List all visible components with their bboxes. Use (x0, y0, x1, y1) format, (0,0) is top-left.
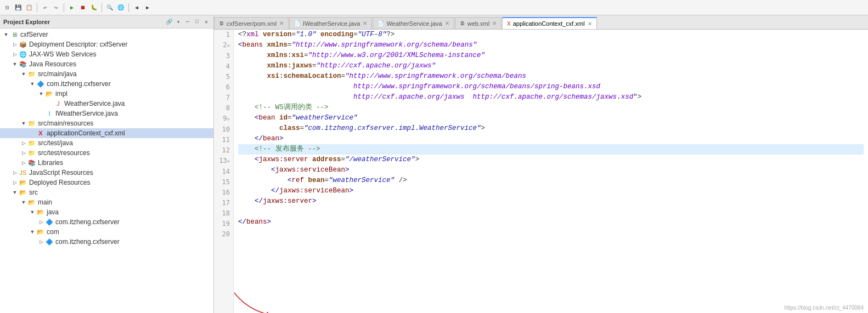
tab-pom-close[interactable]: ✕ (279, 20, 284, 26)
tree-label: IWeatherService.java (55, 110, 118, 117)
tab-appctx-close[interactable]: ✕ (588, 21, 592, 27)
tree-item-src[interactable]: ▼ 📂 src (0, 187, 213, 197)
tree-item-deployed[interactable]: ▷ 📂 Deployed Resources (0, 178, 213, 187)
tree-arrow: ▼ (11, 60, 19, 68)
tree-item-jaxws[interactable]: ▷ 🌐 JAX-WS Web Services (0, 49, 213, 59)
xml-icon: X (36, 129, 45, 138)
toolbar-sep-1 (37, 3, 37, 12)
tree-container[interactable]: ▼ 🖥 cxfServer ▷ 📦 Deployment Descriptor:… (0, 29, 213, 313)
ln-11: 11 (217, 135, 230, 145)
tree-label: com.itzheng.cxfserver (55, 218, 120, 226)
ln-9: 9⊖ (217, 113, 230, 124)
toolbar-btn-3[interactable]: 📋 (24, 3, 34, 13)
tree-label: JavaScript Resources (29, 169, 93, 177)
tree-item-java2[interactable]: ▼ 📂 java (0, 207, 213, 217)
line-numbers: 1 2⊖ 3 4 5 6 7 8 9⊖ 10 11 12 13⊖ 14 15 1… (214, 30, 234, 313)
tab-weather-close[interactable]: ✕ (445, 20, 449, 26)
code-lines-container: <?xml version="1.0" encoding="UTF-8"?> <… (234, 30, 868, 313)
src-icon: 📁 (27, 70, 36, 78)
toolbar-btn-2[interactable]: 💾 (13, 3, 23, 13)
tree-item-src-main-resources[interactable]: ▼ 📁 src/main/resources (0, 118, 213, 128)
tree-item-javascript[interactable]: ▷ JS JavaScript Resources (0, 168, 213, 178)
toolbar-btn-search[interactable]: 🔍 (105, 3, 115, 13)
code-line-5: xsi:schemaLocation="http://www.springfra… (238, 71, 864, 82)
tree-arrow: ▼ (37, 90, 45, 98)
tree-item-package[interactable]: ▼ 🔷 com.itzheng.cxfserver (0, 79, 213, 89)
tab-iweather-close[interactable]: ✕ (363, 20, 367, 26)
tree-arrow: ▷ (20, 159, 27, 167)
toolbar-btn-nav-fwd[interactable]: ▶ (143, 3, 153, 13)
tree-item-package2[interactable]: ▷ 🔷 com.itzheng.cxfserver (0, 217, 213, 227)
tree-label: impl (55, 90, 67, 98)
resources-icon: 📚 (19, 60, 27, 69)
tree-arrow: ▷ (20, 139, 27, 147)
tree-label: com.itzheng.cxfserver (47, 80, 111, 88)
panel-collapse-btn[interactable]: 🔗 (165, 18, 173, 26)
tree-item-impl[interactable]: ▼ 📂 impl (0, 89, 213, 99)
toolbar-btn-4[interactable]: ↩ (40, 3, 50, 13)
tab-weather[interactable]: 📄 WeatherService.java ✕ (373, 17, 454, 29)
tree-label: src/main/java (38, 70, 77, 78)
toolbar-btn-nav-back[interactable]: ◀ (132, 3, 142, 13)
tree-arrow: ▼ (29, 228, 36, 236)
tree-item-src-test-resources[interactable]: ▷ 📁 src/test/resources (0, 148, 213, 158)
code-line-20 (238, 227, 864, 238)
ln-10: 10 (217, 124, 230, 135)
tab-web-close[interactable]: ✕ (492, 20, 497, 26)
ln-1: 1 (217, 30, 230, 40)
panel-close-btn[interactable]: ✕ (202, 18, 210, 26)
toolbar-btn-1[interactable]: ⊡ (2, 3, 12, 13)
tab-iweather[interactable]: 📄 IWeatherService.java ✕ (289, 17, 372, 29)
tree-item-src-test-java[interactable]: ▷ 📁 src/test/java (0, 138, 213, 148)
tab-web-label: web.xml (467, 20, 489, 27)
tree-arrow: ▷ (37, 218, 45, 226)
panel-menu-btn[interactable]: ▾ (174, 18, 182, 26)
code-content: 1 2⊖ 3 4 5 6 7 8 9⊖ 10 11 12 13⊖ 14 15 1… (214, 30, 868, 313)
folder-main-icon: 📂 (27, 198, 36, 207)
toolbar-btn-stop[interactable]: ⏹ (78, 3, 88, 13)
tree-arrow: ▼ (2, 31, 10, 38)
tree-item-src-main-java[interactable]: ▼ 📁 src/main/java (0, 69, 213, 79)
ln-19: 19 (217, 219, 230, 229)
package3-icon: 🔷 (45, 237, 54, 246)
ln-7: 7 (217, 93, 230, 103)
tree-arrow: ▷ (37, 238, 45, 246)
toolbar-btn-debug[interactable]: 🐛 (89, 3, 99, 13)
toolbar-btn-run[interactable]: ▶ (67, 3, 77, 13)
tab-appctx[interactable]: X applicationContext_cxf.xml ✕ (502, 17, 597, 29)
panel-minimize-btn[interactable]: — (184, 18, 191, 26)
tree-arrow: ▷ (11, 50, 19, 58)
package-icon: 🔷 (36, 79, 45, 88)
tree-item-package3[interactable]: ▷ 🔷 com.itzheng.cxfserver (0, 237, 213, 247)
toolbar: ⊡ 💾 📋 ↩ ↪ ▶ ⏹ 🐛 🔍 🌐 ◀ ▶ (0, 0, 868, 15)
tree-arrow: ▼ (29, 80, 36, 88)
tree-item-weather-service[interactable]: ▷ J WeatherService.java (0, 99, 213, 109)
tree-arrow: ▼ (11, 189, 19, 196)
tree-item-java-resources[interactable]: ▼ 📚 Java Resources (0, 59, 213, 69)
tab-web[interactable]: 🗎 web.xml ✕ (455, 17, 501, 29)
code-editor[interactable]: 1 2⊖ 3 4 5 6 7 8 9⊖ 10 11 12 13⊖ 14 15 1… (214, 30, 868, 313)
js-icon: JS (19, 168, 27, 177)
tree-item-com[interactable]: ▼ 📂 com (0, 227, 213, 237)
tree-item-main[interactable]: ▼ 📂 main (0, 197, 213, 207)
main-layout: Project Explorer 🔗 ▾ — □ ✕ ▼ 🖥 cxfServer… (0, 15, 868, 313)
tab-pom[interactable]: 🗎 cxfServer/pom.xml ✕ (214, 17, 289, 29)
toolbar-btn-5[interactable]: ↪ (51, 3, 61, 13)
tree-item-appctx[interactable]: ▷ X applicationContext_cxf.xml (0, 128, 213, 138)
deploy-icon: 📦 (19, 40, 27, 49)
panel-maximize-btn[interactable]: □ (193, 18, 201, 26)
tree-item-deployment[interactable]: ▷ 📦 Deployment Descriptor: cxfServer (0, 39, 213, 49)
folder-com-icon: 📂 (36, 227, 45, 236)
ln-5: 5 (217, 72, 230, 82)
tree-label: JAX-WS Web Services (29, 50, 96, 58)
ln-14: 14 (217, 167, 230, 177)
toolbar-btn-web[interactable]: 🌐 (116, 3, 126, 13)
tree-label: applicationContext_cxf.xml (47, 129, 125, 137)
tab-appctx-label: applicationContext_cxf.xml (513, 20, 585, 27)
tree-item-libraries[interactable]: ▷ 📚 Libraries (0, 158, 213, 168)
tree-item-cxfServer[interactable]: ▼ 🖥 cxfServer (0, 30, 213, 39)
tree-arrow: ▼ (29, 208, 36, 216)
tree-item-iweather-service[interactable]: ▷ I IWeatherService.java (0, 109, 213, 118)
tab-appctx-icon: X (507, 21, 511, 27)
code-line-13: <jaxws:server address="/weatherService"> (238, 155, 864, 165)
